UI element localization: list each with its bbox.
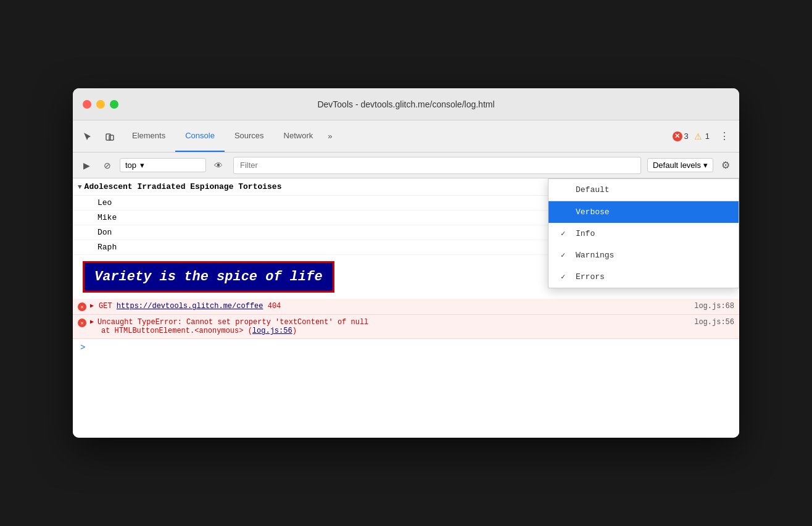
main-toolbar: Elements Console Sources Network » ✕ 3 ⚠… (73, 120, 739, 152)
dropdown-label-errors: Errors (576, 272, 605, 282)
levels-label: Default levels (653, 161, 701, 170)
context-value: top (125, 161, 136, 170)
more-tabs-button[interactable]: » (323, 132, 337, 141)
tab-console[interactable]: Console (175, 120, 225, 152)
traffic-lights (83, 100, 118, 109)
tab-bar: Elements Console Sources Network » (122, 120, 670, 152)
error-inner-2: ▶ Uncaught TypeError: Cannot set propert… (90, 318, 734, 335)
check-info-icon: ✓ (561, 229, 571, 238)
error-row-1: ✕ ▶ GET https://devtools.glitch.me/coffe… (73, 299, 739, 315)
warning-icon: ⚠ (694, 132, 703, 141)
clear-icon[interactable]: ⊘ (99, 157, 116, 174)
warning-badge: ⚠ 1 (694, 132, 710, 141)
error-icon-2: ✕ (78, 319, 86, 327)
dropdown-label-info: Info (576, 229, 595, 238)
error-line-1[interactable]: log.js:68 (694, 302, 734, 311)
tab-sources[interactable]: Sources (225, 120, 274, 152)
dropdown-item-info[interactable]: ✓ Info (549, 223, 739, 244)
expand-error-icon[interactable]: ▶ (90, 302, 94, 309)
levels-chevron-icon: ▾ (703, 161, 708, 170)
toolbar-right: ✕ 3 ⚠ 1 ⋮ (673, 127, 734, 146)
error-link-1[interactable]: https://devtools.glitch.me/coffee (117, 302, 263, 311)
svg-rect-1 (109, 135, 114, 140)
device-toolbar-icon[interactable] (100, 127, 120, 146)
more-options-icon[interactable]: ⋮ (715, 127, 734, 146)
console-prompt[interactable]: > (73, 339, 739, 356)
context-chevron-icon: ▾ (140, 161, 144, 170)
dropdown-label-default: Default (576, 185, 610, 194)
error-text-1: GET https://devtools.glitch.me/coffee 40… (99, 302, 689, 311)
filter-input[interactable] (233, 157, 641, 174)
settings-icon[interactable]: ⚙ (717, 157, 734, 174)
warning-count: 1 (705, 132, 710, 141)
error-first-line: ▶ Uncaught TypeError: Cannot set propert… (90, 318, 734, 327)
error-icon: ✕ (673, 132, 682, 141)
error-link-2[interactable]: log.js:56 (252, 327, 292, 335)
error-second-line: at HTMLButtonElement.<anonymous> (log.js… (90, 327, 734, 335)
tab-network[interactable]: Network (274, 120, 323, 152)
levels-button[interactable]: Default levels ▾ (647, 158, 713, 172)
error-line-2[interactable]: log.js:56 (694, 318, 734, 327)
select-tool-icon[interactable] (78, 127, 97, 146)
dropdown-item-verbose[interactable]: Verbose (549, 201, 739, 223)
dropdown-item-default[interactable]: Default (549, 179, 739, 201)
variety-text: Variety is the spice of life (94, 269, 323, 285)
error-row-2: ✕ ▶ Uncaught TypeError: Cannot set prope… (73, 315, 739, 339)
titlebar: DevTools - devtools.glitch.me/console/lo… (73, 88, 739, 120)
dropdown-item-errors[interactable]: ✓ Errors (549, 266, 739, 288)
group-title: Adolescent Irradiated Espionage Tortoise… (85, 182, 282, 191)
close-button[interactable] (83, 100, 91, 109)
dropdown-label-verbose: Verbose (576, 207, 610, 217)
devtools-window: DevTools - devtools.glitch.me/console/lo… (73, 88, 739, 438)
error-text-2: Uncaught TypeError: Cannot set property … (97, 318, 690, 327)
run-icon[interactable]: ▶ (78, 157, 95, 174)
check-errors-icon: ✓ (561, 272, 571, 282)
minimize-button[interactable] (96, 100, 105, 109)
expand-icon[interactable]: ▼ (78, 183, 82, 191)
error-badge: ✕ 3 (673, 132, 689, 141)
console-content: ▼ Adolescent Irradiated Espionage Tortoi… (73, 178, 739, 438)
check-warnings-icon: ✓ (561, 251, 571, 260)
error-inner-1: ▶ GET https://devtools.glitch.me/coffee … (90, 302, 734, 311)
variety-banner: Variety is the spice of life (83, 261, 334, 293)
dropdown-label-warnings: Warnings (576, 251, 614, 260)
error-icon-1: ✕ (78, 303, 86, 311)
context-select[interactable]: top ▾ (120, 158, 206, 172)
maximize-button[interactable] (110, 100, 118, 109)
tab-elements[interactable]: Elements (122, 120, 175, 152)
eye-icon[interactable]: 👁 (210, 157, 227, 174)
expand-error-2-icon[interactable]: ▶ (90, 318, 94, 325)
console-toolbar: ▶ ⊘ top ▾ 👁 Default levels ▾ ⚙ (73, 152, 739, 178)
window-title: DevTools - devtools.glitch.me/console/lo… (317, 99, 494, 109)
error-count: 3 (684, 132, 689, 141)
dropdown-item-warnings[interactable]: ✓ Warnings (549, 244, 739, 266)
levels-dropdown: Default Verbose ✓ Info ✓ Warnings ✓ Erro… (548, 178, 739, 288)
